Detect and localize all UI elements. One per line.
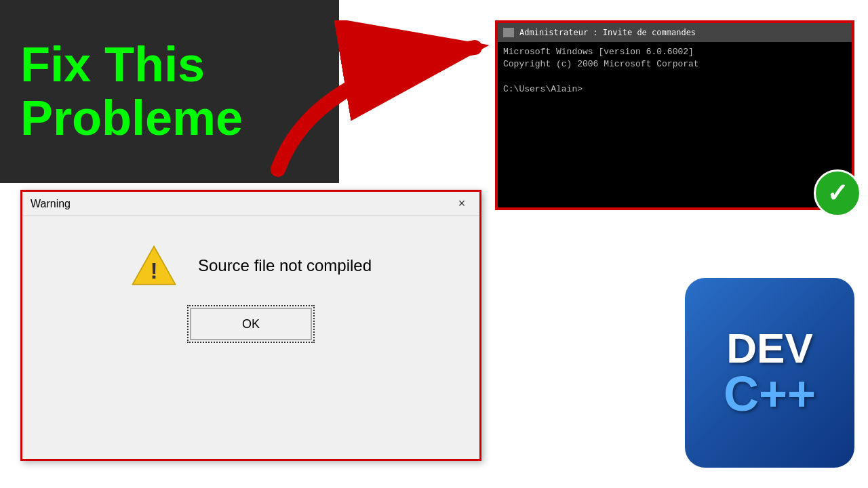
cmd-body: Microsoft Windows [version 6.0.6002] Cop…	[498, 42, 852, 207]
devcpp-icon: DEV C++	[685, 278, 854, 468]
cmd-line-4: C:\Users\Alain>	[503, 83, 846, 96]
ok-button[interactable]: OK	[190, 308, 312, 340]
dialog-body: ! Source file not compiled OK	[22, 216, 479, 354]
dialog-message-text: Source file not compiled	[198, 256, 372, 275]
cmd-line-3	[503, 70, 846, 83]
checkmark-icon: ✓	[827, 180, 848, 206]
svg-text:!: !	[150, 258, 157, 283]
cmd-line-2: Copyright (c) 2006 Microsoft Corporat	[503, 58, 846, 70]
cmd-titlebar: Administrateur : Invite de commandes	[498, 23, 852, 42]
red-arrow-icon	[258, 20, 515, 190]
warning-triangle-icon: !	[130, 243, 178, 287]
checkmark-circle: ✓	[814, 169, 861, 217]
devcpp-outer: DEV C++	[685, 278, 854, 468]
warning-dialog: Warning × ! Source file not compiled OK	[20, 190, 481, 461]
dialog-content-row: ! Source file not compiled	[130, 243, 372, 287]
devcpp-cpp-label: C++	[724, 369, 816, 418]
dialog-close-button[interactable]: ×	[452, 196, 471, 212]
dialog-titlebar: Warning ×	[22, 192, 479, 216]
cmd-title-text: Administrateur : Invite de commandes	[519, 28, 696, 37]
cmd-line-1: Microsoft Windows [version 6.0.6002]	[503, 46, 846, 58]
dialog-title-text: Warning	[31, 198, 71, 210]
arrow-container	[258, 20, 515, 190]
devcpp-dev-label: DEV	[726, 327, 812, 369]
cmd-window: Administrateur : Invite de commandes Mic…	[495, 20, 854, 210]
